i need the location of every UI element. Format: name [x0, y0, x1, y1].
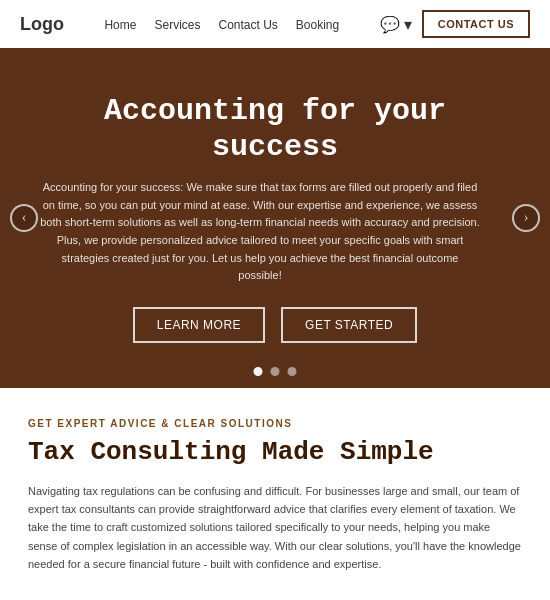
contact-us-button[interactable]: CONTACT US — [422, 10, 530, 38]
hero-section: ‹ › Accounting for your success Accounti… — [0, 48, 550, 388]
hero-arrow-left[interactable]: ‹ — [10, 204, 38, 232]
carousel-dots — [254, 367, 297, 376]
get-started-button[interactable]: GET STARTED — [281, 307, 417, 343]
dot-3[interactable] — [288, 367, 297, 376]
nav-contact[interactable]: Contact Us — [218, 18, 277, 32]
learn-more-button[interactable]: LEARN MORE — [133, 307, 265, 343]
nav-home[interactable]: Home — [104, 18, 136, 32]
hero-arrow-right[interactable]: › — [512, 204, 540, 232]
tax-body: Navigating tax regulations can be confus… — [28, 482, 522, 573]
nav-services[interactable]: Services — [154, 18, 200, 32]
logo: Logo — [20, 14, 64, 35]
tax-section: GET EXPERT ADVICE & CLEAR SOLUTIONS Tax … — [0, 388, 550, 600]
dot-2[interactable] — [271, 367, 280, 376]
dot-1[interactable] — [254, 367, 263, 376]
navbar: Logo Home Services Contact Us Booking 💬 … — [0, 0, 550, 48]
tax-tag: GET EXPERT ADVICE & CLEAR SOLUTIONS — [28, 418, 522, 429]
message-icon[interactable]: 💬 ▾ — [380, 15, 412, 34]
hero-title: Accounting for your success — [40, 93, 510, 165]
hero-subtitle: Accounting for your success: We make sur… — [40, 179, 480, 285]
nav-booking[interactable]: Booking — [296, 18, 339, 32]
navbar-right: 💬 ▾ CONTACT US — [380, 10, 530, 38]
nav-links: Home Services Contact Us Booking — [104, 15, 339, 33]
hero-buttons: LEARN MORE GET STARTED — [40, 307, 510, 343]
tax-title: Tax Consulting Made Simple — [28, 437, 522, 468]
hero-content: Accounting for your success Accounting f… — [0, 93, 550, 343]
